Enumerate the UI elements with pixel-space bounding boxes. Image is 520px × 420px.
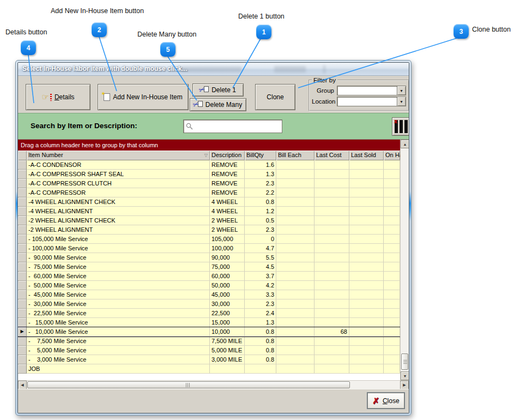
cell-last-cost <box>315 272 349 281</box>
location-dropdown[interactable]: ▼ <box>337 97 406 106</box>
cell-description: 45,000 <box>210 290 245 299</box>
row-selector[interactable] <box>18 309 27 318</box>
table-row[interactable]: - 60,000 Mile Service60,0003.7 <box>18 272 400 281</box>
table-row[interactable]: - 75,000 Mile Service75,0004.5 <box>18 262 400 272</box>
row-selector[interactable] <box>18 170 27 179</box>
vertical-scroll-thumb[interactable] <box>401 353 408 370</box>
cell-last-cost <box>315 253 349 262</box>
cell-description: 5,000 MILE <box>210 346 245 355</box>
group-by-hint-bar[interactable]: Drag a column header here to group by th… <box>18 140 400 151</box>
scroll-down-icon[interactable]: ▼ <box>401 371 409 380</box>
vertical-scrollbar[interactable]: ▲ ▼ <box>400 140 409 380</box>
cell-last-sold <box>349 216 384 225</box>
scroll-up-icon[interactable]: ▲ <box>401 140 409 148</box>
cell-on-hand <box>384 253 400 262</box>
row-selector[interactable] <box>18 188 27 197</box>
table-row[interactable]: - 90,000 Mile Service90,0005.5 <box>18 253 400 262</box>
table-row[interactable]: - 22,500 Mile Service22,5002.4 <box>18 309 400 318</box>
scroll-right-icon[interactable]: ▶ <box>400 381 409 389</box>
row-selector[interactable] <box>18 235 27 244</box>
table-row[interactable]: -A-C COMPRESSOR CLUTCHREMOVE2.3 <box>18 179 400 188</box>
cell-on-hand <box>384 160 400 170</box>
table-row[interactable]: - 105,000 Mile Service105,0000 <box>18 235 400 244</box>
row-selector[interactable] <box>18 318 27 327</box>
title-bar[interactable]: Select In-House labor item with double m… <box>18 63 409 76</box>
row-selector[interactable] <box>18 272 27 281</box>
row-selector[interactable] <box>18 244 27 253</box>
search-input[interactable] <box>183 119 282 133</box>
horizontal-scroll-thumb[interactable] <box>27 381 350 388</box>
annotation-balloon-3: 3 <box>454 24 469 39</box>
scroll-left-icon[interactable]: ◀ <box>18 381 27 389</box>
table-row[interactable]: -4 WHEEL ALIGNMENT4 WHEEL1.2 <box>18 207 400 216</box>
table-row[interactable]: JOB <box>18 364 400 374</box>
table-row[interactable]: - 30,000 Mile Service30,0002.3 <box>18 299 400 309</box>
add-new-item-button[interactable]: ✶ Add New In-House Item <box>98 84 189 110</box>
cell-last-sold <box>349 355 384 364</box>
table-row[interactable]: ▶- 10,000 Mile Service10,0000.868 <box>18 327 400 337</box>
table-row[interactable]: - 5,000 Mile Service5,000 MILE0.8 <box>18 346 400 355</box>
group-dropdown[interactable]: ▼ <box>337 86 406 95</box>
row-selector[interactable] <box>18 281 27 290</box>
column-header-last-cost[interactable]: Last Cost <box>315 151 349 160</box>
table-row[interactable]: -2 WHEEL ALIGNMENT2 WHEEL2.3 <box>18 225 400 235</box>
annotation-balloon-5: 5 <box>160 42 176 57</box>
cell-last-sold <box>349 207 384 216</box>
window-inner: Select In-House labor item with double m… <box>17 62 409 413</box>
table-row[interactable]: - 3,000 Mile Service3,000 MILE0.8 <box>18 355 400 364</box>
row-selector[interactable] <box>18 197 27 207</box>
row-selector[interactable] <box>18 364 27 374</box>
row-selector[interactable] <box>18 262 27 272</box>
row-selector[interactable] <box>18 290 27 299</box>
delete-1-button[interactable]: ✂ Delete 1 <box>192 83 244 97</box>
table-row[interactable]: - 15,000 Mile Service15,0001.3 <box>18 318 400 327</box>
table-row[interactable]: - 100,000 Mile Service100,0004.7 <box>18 244 400 253</box>
column-header-item-number[interactable]: Item Number ▽ <box>27 151 210 160</box>
row-selector[interactable] <box>18 216 27 225</box>
annotation-balloon-2: 2 <box>92 22 107 37</box>
close-button[interactable]: ✗ Close <box>367 393 404 409</box>
column-header-billqty[interactable]: BillQty <box>245 151 276 160</box>
row-selector[interactable] <box>18 225 27 235</box>
add-button-label: Add New In-House Item <box>113 93 182 101</box>
cell-item: -2 WHEEL ALIGNMENT CHECK <box>27 216 210 225</box>
clone-button[interactable]: Clone <box>255 84 295 110</box>
row-selector[interactable] <box>18 355 27 364</box>
column-header-last-sold[interactable]: Last Sold <box>349 151 384 160</box>
details-button[interactable]: ☞ Details <box>26 84 90 110</box>
row-selector[interactable] <box>18 346 27 355</box>
cell-description: 50,000 <box>210 281 245 290</box>
table-row[interactable]: -A-C COMPRESSORREMOVE2.2 <box>18 188 400 197</box>
row-selector[interactable] <box>18 337 27 346</box>
details-button-label: Details <box>55 93 75 101</box>
cell-on-hand <box>384 327 400 337</box>
horizontal-scrollbar[interactable]: ◀ ▶ <box>18 380 409 389</box>
table-row[interactable]: -4 WHEEL ALIGNMENT CHECK4 WHEEL0.8 <box>18 197 400 207</box>
row-selector[interactable] <box>18 179 27 188</box>
chevron-down-icon[interactable]: ▼ <box>397 86 406 95</box>
column-settings-button[interactable]: x <box>392 117 409 136</box>
table-row[interactable]: -A-C CONDENSORREMOVE1.6 <box>18 160 400 170</box>
table-row[interactable]: -A-C COMPRESSOR SHAFT SEALREMOVE1.3 <box>18 170 400 179</box>
column-header-description[interactable]: Description <box>210 151 245 160</box>
table-row[interactable]: -2 WHEEL ALIGNMENT CHECK2 WHEEL0.5 <box>18 216 400 225</box>
delete-many-button[interactable]: ✂ Delete Many <box>190 98 246 111</box>
selected-row-arrow-icon[interactable]: ▶ <box>18 327 27 337</box>
cell-on-hand <box>384 272 400 281</box>
cell-last-cost <box>315 170 349 179</box>
column-header-bill-each[interactable]: Bill Each <box>276 151 315 160</box>
column-header-on-hand[interactable]: On Hand <box>384 151 400 160</box>
red-dots-icon <box>50 94 52 101</box>
table-row[interactable]: - 45,000 Mile Service45,0003.3 <box>18 290 400 299</box>
row-selector[interactable] <box>18 299 27 309</box>
row-selector[interactable] <box>18 253 27 262</box>
table-row[interactable]: - 7,500 Mile Service7,500 MILE0.8 <box>18 337 400 346</box>
cell-item: -A-C COMPRESSOR SHAFT SEAL <box>27 170 210 179</box>
cell-item: - 50,000 Mile Service <box>27 281 210 290</box>
chevron-down-icon[interactable]: ▼ <box>397 97 406 106</box>
cell-last-cost <box>315 346 349 355</box>
row-selector[interactable] <box>18 207 27 216</box>
table-row[interactable]: - 50,000 Mile Service50,0004.2 <box>18 281 400 290</box>
row-selector[interactable] <box>18 160 27 170</box>
glass-smudge <box>274 66 306 73</box>
